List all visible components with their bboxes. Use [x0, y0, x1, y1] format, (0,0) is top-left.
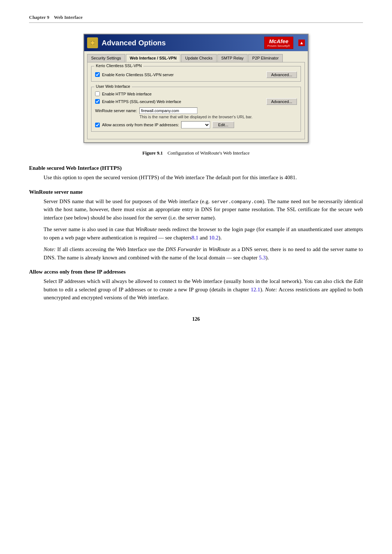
- mcafee-name: McAfee: [269, 38, 288, 44]
- section-heading-https: Enable secured Web Interface (HTTPS): [29, 165, 363, 171]
- kerio-group: Kerio Clientless SSL-VPN Enable Kerio Cl…: [91, 66, 301, 82]
- svg-point-1: [91, 41, 94, 44]
- dialog-icon: [87, 37, 98, 48]
- section-body-winroute-2: The server name is also used in case tha…: [44, 225, 363, 242]
- ip-row: Allow access only from these IP addresse…: [95, 121, 297, 128]
- http-checkbox-row: Enable HTTP Web interface: [95, 91, 297, 96]
- mcafee-sub: Proven Security®: [268, 44, 290, 48]
- section-body-winroute-1: Server DNS name that will be used for pu…: [44, 197, 363, 222]
- enable-kerio-label: Enable Kerio Clientless SSL-VPN server: [102, 73, 173, 77]
- tab-content: Kerio Clientless SSL-VPN Enable Kerio Cl…: [87, 62, 305, 139]
- ip-label: Allow access only from these IP addresse…: [102, 123, 179, 127]
- winroute-italic: WinRoute: [135, 226, 156, 232]
- edit-italic: Edit: [354, 278, 363, 284]
- ip-dropdown[interactable]: [181, 121, 210, 128]
- kerio-group-label: Kerio Clientless SSL-VPN: [94, 63, 143, 68]
- https-label: Enable HTTPS (SSL-secured) Web interface: [102, 99, 181, 104]
- section-body-ip: Select IP addresses which will always be…: [44, 277, 363, 302]
- link-10-2[interactable]: 10.2: [209, 235, 219, 241]
- server-name-label: WinRoute server name:: [95, 108, 137, 113]
- ip-edit-button[interactable]: Edit...: [212, 122, 234, 128]
- dns-forwarder-italic: DNS Forwarder: [166, 246, 201, 252]
- hint-text: This is the name that will be displayed …: [95, 115, 297, 119]
- link-5-3[interactable]: 5.3: [259, 255, 266, 260]
- dialog-body: Security Settings Web Interface / SSL-VP…: [84, 51, 308, 142]
- tabs-row: Security Settings Web Interface / SSL-VP…: [87, 54, 305, 62]
- section-body-winroute-3: Note: If all clients accessing the Web I…: [44, 245, 363, 262]
- https-checkbox[interactable]: [95, 99, 100, 104]
- page-number: 126: [29, 316, 363, 322]
- kerio-row: Enable Kerio Clientless SSL-VPN server A…: [95, 71, 297, 78]
- mcafee-logo: McAfee Proven Security®: [264, 37, 293, 49]
- user-web-group-label: User Web Interface: [94, 84, 132, 89]
- server-name-row: WinRoute server name:: [95, 107, 297, 114]
- code-server-company: server.company.com: [211, 199, 262, 205]
- https-row: Enable HTTPS (SSL-secured) Web interface…: [95, 98, 297, 105]
- section-heading-ip: Allow access only from these IP addresse…: [29, 269, 363, 275]
- section-body-https: Use this option to open the secured vers…: [44, 173, 363, 182]
- chapter-label: Chapter 9: [29, 15, 49, 20]
- kerio-advanced-button[interactable]: Advanced...: [266, 71, 297, 78]
- tab-update-checks[interactable]: Update Checks: [181, 54, 216, 62]
- figure-caption: Figure 9.1 Configuration of WinRoute's W…: [29, 150, 363, 156]
- tab-security[interactable]: Security Settings: [87, 54, 125, 62]
- server-name-input[interactable]: [139, 107, 197, 114]
- winroute-italic-2: WinRoute: [209, 246, 230, 252]
- chapter-header: Chapter 9 Web Interface: [29, 15, 363, 23]
- tab-web-interface[interactable]: Web Interface / SSL-VPN: [126, 54, 181, 62]
- dialog-wrapper: Advanced Options McAfee Proven Security®…: [29, 34, 363, 143]
- dialog-box: Advanced Options McAfee Proven Security®…: [83, 34, 309, 143]
- ip-checkbox[interactable]: [95, 123, 100, 127]
- user-web-group: User Web Interface Enable HTTP Web inter…: [91, 87, 301, 132]
- figure-caption-text: Configuration of WinRoute's Web Interfac…: [167, 150, 249, 156]
- https-advanced-button[interactable]: Advanced...: [266, 98, 297, 105]
- http-label: Enable HTTP Web interface: [102, 92, 152, 96]
- tab-p2p[interactable]: P2P Eliminator: [248, 54, 283, 62]
- chapter-title: Web Interface: [54, 15, 83, 20]
- note-italic-ip: Note:: [265, 287, 277, 292]
- https-checkbox-row: Enable HTTPS (SSL-secured) Web interface: [95, 99, 181, 104]
- section-heading-winroute: WinRoute server name: [29, 189, 363, 195]
- figure-label: Figure 9.1: [142, 150, 163, 156]
- note-italic-winroute: Note:: [44, 246, 56, 252]
- tab-smtp-relay[interactable]: SMTP Relay: [217, 54, 248, 62]
- dialog-title: Advanced Options: [102, 39, 261, 47]
- dialog-titlebar: Advanced Options McAfee Proven Security®…: [84, 34, 308, 51]
- enable-kerio-checkbox[interactable]: [95, 72, 100, 77]
- close-button[interactable]: ▲: [298, 40, 305, 46]
- link-8-1[interactable]: 8.1: [192, 235, 199, 241]
- link-12-1[interactable]: 12.1: [251, 287, 260, 292]
- enable-kerio-checkbox-row: Enable Kerio Clientless SSL-VPN server: [95, 72, 173, 77]
- http-checkbox[interactable]: [95, 91, 100, 96]
